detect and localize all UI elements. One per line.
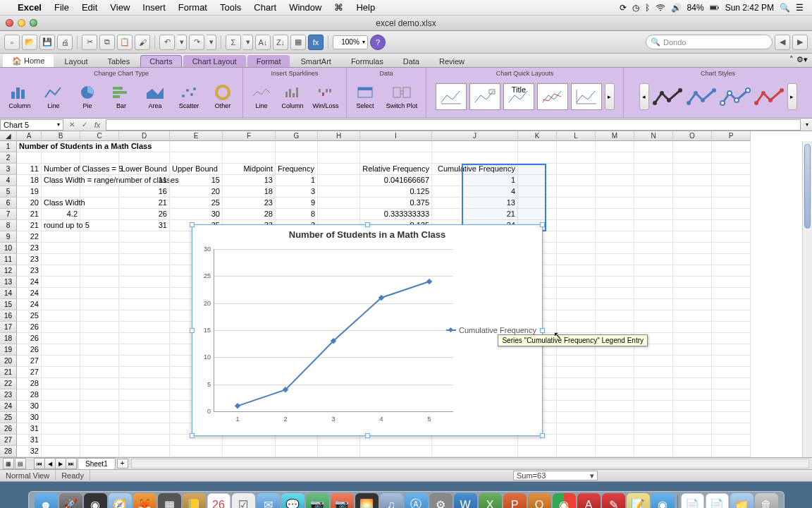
cell-C24[interactable] <box>80 401 119 412</box>
cell-M11[interactable] <box>596 254 634 265</box>
resize-handle[interactable] <box>540 328 545 333</box>
dock-folder[interactable]: 📁 <box>730 493 753 508</box>
cell-F6[interactable]: 23 <box>223 198 276 209</box>
row-header-8[interactable]: 8 <box>0 220 17 231</box>
cell-B24[interactable] <box>42 401 80 412</box>
tab-chart-layout[interactable]: Chart Layout <box>183 55 246 67</box>
cell-C19[interactable] <box>80 344 119 356</box>
cell-N22[interactable] <box>634 378 673 389</box>
row-header-11[interactable]: 11 <box>0 254 17 265</box>
cell-N9[interactable] <box>634 231 673 243</box>
quick-layout-3[interactable]: Title <box>503 83 534 110</box>
cell-D26[interactable] <box>119 423 170 435</box>
cell-I27[interactable] <box>360 435 432 446</box>
cell-N1[interactable] <box>634 141 673 152</box>
cell-C14[interactable] <box>80 288 119 299</box>
tab-home[interactable]: 🏠 Home <box>3 54 54 67</box>
col-header-P[interactable]: P <box>712 131 751 141</box>
cell-O22[interactable] <box>673 378 712 389</box>
cell-L21[interactable] <box>557 367 596 378</box>
row-header-20[interactable]: 20 <box>0 356 17 367</box>
chart-style-2[interactable] <box>686 85 717 109</box>
cell-D24[interactable] <box>119 401 170 412</box>
sparkline-column-button[interactable]: Column <box>278 78 307 116</box>
cell-A8[interactable]: 21 <box>17 220 42 231</box>
cell-J1[interactable] <box>432 141 518 152</box>
cell-O4[interactable] <box>673 175 712 186</box>
gallery-button[interactable]: ▦ <box>290 35 306 50</box>
cell-B2[interactable] <box>42 152 80 164</box>
cell-M4[interactable] <box>596 175 634 186</box>
dock-app[interactable]: ◉ <box>651 493 675 508</box>
cell-K28[interactable] <box>518 446 557 457</box>
tab-layout[interactable]: Layout <box>55 55 97 67</box>
cell-N5[interactable] <box>634 186 673 198</box>
cell-C27[interactable] <box>80 435 119 446</box>
cell-B23[interactable] <box>42 389 80 401</box>
cell-K27[interactable] <box>518 435 557 446</box>
row-header-5[interactable]: 5 <box>0 186 17 198</box>
sparkline-line-button[interactable]: Line <box>247 78 276 116</box>
select-data-button[interactable]: Select <box>351 78 379 116</box>
status-sum[interactable]: Sum=63▾ <box>513 471 598 480</box>
col-header-J[interactable]: J <box>432 131 518 141</box>
sort-za-button[interactable]: Z↓ <box>273 35 288 50</box>
col-header-C[interactable]: C <box>80 131 119 141</box>
app-menu[interactable]: Excel <box>11 0 48 16</box>
cell-E5[interactable]: 20 <box>170 186 223 198</box>
menu-extras-icon[interactable]: ☰ <box>793 3 806 13</box>
cell-I5[interactable]: 0.125 <box>360 186 432 198</box>
cell-L12[interactable] <box>557 265 596 277</box>
sheet-nav-last[interactable]: ⏭ <box>66 458 77 469</box>
cell-N8[interactable] <box>634 220 673 231</box>
row-header-16[interactable]: 16 <box>0 310 17 322</box>
cell-A2[interactable] <box>17 152 42 164</box>
cell-L25[interactable] <box>557 412 596 423</box>
cell-J27[interactable] <box>432 435 518 446</box>
cell-M22[interactable] <box>596 378 634 389</box>
cell-M1[interactable] <box>596 141 634 152</box>
cell-G3[interactable]: Frequency <box>276 164 318 175</box>
cell-N12[interactable] <box>634 265 673 277</box>
cell-N16[interactable] <box>634 310 673 322</box>
cell-P20[interactable] <box>712 356 751 367</box>
sheet-nav-prev[interactable]: ◀ <box>44 458 56 469</box>
cell-M26[interactable] <box>596 423 634 435</box>
row-header-17[interactable]: 17 <box>0 322 17 333</box>
cell-P24[interactable] <box>712 401 751 412</box>
dock-contacts[interactable]: 📒 <box>183 493 206 508</box>
plot-area[interactable]: 05101520253012345 <box>214 249 453 411</box>
cell-A13[interactable]: 24 <box>17 277 42 288</box>
undo-dropdown[interactable]: ▾ <box>177 35 187 50</box>
cell-K1[interactable] <box>518 141 557 152</box>
cell-D3[interactable]: Lower Bound <box>119 164 170 175</box>
cell-C3[interactable] <box>80 164 119 175</box>
cell-O14[interactable] <box>673 288 712 299</box>
volume-icon[interactable]: 🔊 <box>668 3 684 13</box>
col-header-B[interactable]: B <box>42 131 80 141</box>
cell-L8[interactable] <box>557 220 596 231</box>
help-button[interactable]: ? <box>370 35 386 50</box>
dock-dashboard[interactable]: ◉ <box>84 493 107 508</box>
resize-handle[interactable] <box>190 433 195 438</box>
cell-L16[interactable] <box>557 310 596 322</box>
cell-D14[interactable] <box>119 288 170 299</box>
cell-P15[interactable] <box>712 299 751 310</box>
dock-mail[interactable]: ✉ <box>257 493 280 508</box>
chart-style-next[interactable]: ▸ <box>787 83 797 110</box>
embedded-chart[interactable]: Number of Students in a Math Class 05101… <box>192 224 543 436</box>
cell-F4[interactable]: 13 <box>223 175 276 186</box>
cell-A4[interactable]: 18 <box>17 175 42 186</box>
dock-messages[interactable]: 💬 <box>281 493 304 508</box>
chart-other-button[interactable]: Other <box>207 78 238 116</box>
cell-B3[interactable]: Number of Classes = 5 <box>42 164 80 175</box>
cell-C28[interactable] <box>80 446 119 457</box>
dock-powerpoint[interactable]: P <box>503 493 527 508</box>
menu-insert[interactable]: Insert <box>136 0 172 16</box>
row-header-24[interactable]: 24 <box>0 401 17 412</box>
cell-B20[interactable] <box>42 356 80 367</box>
cell-B4[interactable]: Class Width = range/number of classes <box>42 175 80 186</box>
cell-O12[interactable] <box>673 265 712 277</box>
switch-plot-button[interactable]: Switch Plot <box>382 78 422 116</box>
print-button[interactable]: 🖨 <box>57 35 73 50</box>
